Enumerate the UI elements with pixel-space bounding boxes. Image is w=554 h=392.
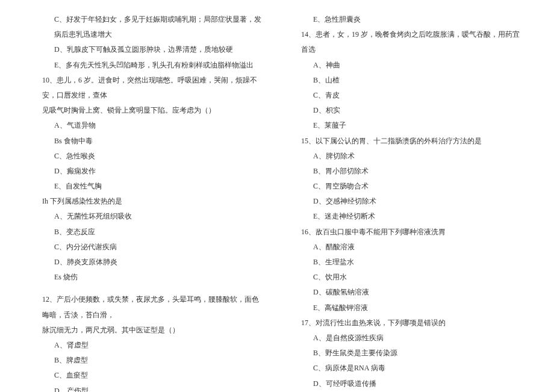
q15-stem: 15、以下属公认的胃、十二指肠溃疡的外科治疗方法的是: [301, 134, 524, 149]
q15-option-e: E、迷走神经切断术: [301, 209, 524, 224]
q11-option-a: A、无菌性坏死组织吸收: [42, 209, 265, 224]
q17-option-a: A、是自然疫源性疾病: [301, 331, 524, 346]
q10-stem-line2: 见吸气时胸骨上窝、锁骨上窝明显下陷。应考虑为（）: [42, 103, 265, 118]
q17-option-d: D、可经呼吸道传播: [301, 376, 524, 391]
right-column: E、急性胆囊炎 14、患者，女，19 岁，晚餐食烤肉之后吃腹胀满，嗳气吞酸，用药…: [301, 12, 524, 392]
q10-option-d: D、癫痫发作: [42, 164, 265, 179]
q14-stem: 14、患者，女，19 岁，晚餐食烤肉之后吃腹胀满，嗳气吞酸，用药宜首选: [301, 27, 524, 57]
q10-option-c: C、急性喉炎: [42, 149, 265, 164]
q11-option-d: D、肺炎支原体肺炎: [42, 255, 265, 270]
q12-option-a: A、肾虚型: [42, 338, 265, 353]
q16-option-c: C、饮用水: [301, 270, 524, 285]
q14-option-c: C、青皮: [301, 88, 524, 103]
q12-option-b: B、脾虚型: [42, 353, 265, 368]
q9-option-d: D、乳腺皮下可触及孤立圆形肿块，边界清楚，质地较硬: [42, 42, 265, 57]
left-column: C、好发于年轻妇女，多见于妊娠期或哺乳期；局部症状显著，发病后患乳迅速增大 D、…: [42, 12, 265, 392]
q16-option-e: E、高锰酸钾溶液: [301, 300, 524, 316]
q10-option-e: E、自发性气胸: [42, 179, 265, 194]
q11-option-c: C、内分泌代谢疾病: [42, 240, 265, 255]
q12-stem-line1: 12、产后小便频数，或失禁，夜尿尤多，头晕耳鸣，腰膝酸软，面色晦暗，舌淡，苔白滑…: [42, 292, 265, 322]
q12-option-c: C、血瘀型: [42, 368, 265, 383]
q11-option-b: B、变态反应: [42, 225, 265, 240]
q17-stem: 17、对流行性出血热来说，下列哪项是错误的: [301, 316, 524, 331]
q15-option-a: A、脾切除术: [301, 149, 524, 164]
q17-option-c: C、病原体是RNA 病毒: [301, 361, 524, 376]
q16-option-d: D、碳酸氢钠溶液: [301, 285, 524, 300]
q17-option-b: B、野生鼠类是主要传染源: [301, 346, 524, 361]
q9-option-e: E、多有先天性乳头凹陷畸形，乳头孔有粉刺样或油脂样物溢出: [42, 58, 265, 73]
q13-option-e: E、急性胆囊炎: [301, 12, 524, 27]
q14-option-e: E、莱菔子: [301, 118, 524, 133]
q14-option-a: A、神曲: [301, 58, 524, 73]
q15-option-b: B、胃小部切除术: [301, 164, 524, 179]
q12-stem-line2: 脉沉细无力，两尺尤弱。其中医证型是（）: [42, 323, 265, 338]
q15-option-d: D、交感神经切除术: [301, 194, 524, 209]
q10-option-a: A、气道异物: [42, 118, 265, 133]
q9-option-c: C、好发于年轻妇女，多见于妊娠期或哺乳期；局部症状显著，发病后患乳迅速增大: [42, 12, 265, 42]
q14-option-b: B、山楂: [301, 73, 524, 88]
q11-stem: Ih 下列属感染性发热的是: [42, 194, 265, 209]
q12-option-d: D、产伤型: [42, 384, 265, 393]
q15-option-c: C、胃空肠吻合术: [301, 179, 524, 194]
q10-option-b: Bs 食物中毒: [42, 134, 265, 149]
q16-stem: 16、敌百虫口服中毒不能用下列哪种溶液洗胃: [301, 225, 524, 240]
q16-option-a: A、醋酸溶液: [301, 240, 524, 255]
q16-option-b: B、生理盐水: [301, 255, 524, 270]
spacer: [42, 285, 265, 292]
q14-option-d: D、枳实: [301, 103, 524, 118]
q10-stem-line1: 10、患儿，6 岁。进食时，突然出现喘憋。呼吸困难，哭闹，烦躁不安，口唇发绀，查…: [42, 73, 265, 103]
q11-option-e: Es 烧伤: [42, 270, 265, 285]
